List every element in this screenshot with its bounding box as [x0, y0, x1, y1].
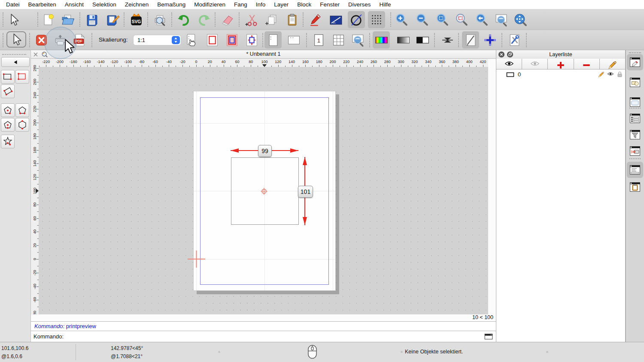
command-line-panel-icon[interactable]	[627, 162, 643, 178]
toolbar-separator	[526, 33, 527, 47]
property-editor-panel-icon[interactable]	[627, 110, 643, 127]
zoom-out-icon[interactable]	[413, 11, 431, 28]
tab-close-icon[interactable]	[32, 51, 39, 58]
zoom-page-icon[interactable]	[492, 11, 510, 28]
toolbar-separator	[262, 33, 263, 47]
menu-selektion[interactable]: Selektion	[88, 0, 121, 9]
menu-datei[interactable]: Datei	[2, 0, 24, 9]
menu-info[interactable]: Info	[252, 0, 270, 9]
edit-layer-button[interactable]	[600, 59, 625, 69]
layer-panel-toolbar	[496, 59, 625, 69]
polygon-side-side-tool[interactable]	[15, 118, 29, 132]
draw-tool-icon[interactable]	[307, 11, 324, 28]
menu-bar: DateiBearbeitenAnsichtSelektionZeichnenB…	[0, 0, 644, 9]
layer-list-panel-icon[interactable]	[627, 54, 643, 70]
pan-page-icon[interactable]	[183, 31, 200, 48]
settings-icon[interactable]	[506, 31, 523, 48]
menu-modifizieren[interactable]: Modifizieren	[190, 0, 230, 9]
pointer-mode-icon[interactable]	[6, 31, 26, 48]
command-dock-icon[interactable]	[484, 333, 493, 340]
toolbar-drag-handle[interactable]	[37, 12, 38, 27]
menu-bemaung[interactable]: Bemaßung	[153, 0, 190, 9]
svg-export-icon[interactable]: SVG	[128, 11, 145, 28]
ruler-label: 200	[329, 60, 336, 64]
landscape-icon[interactable]	[285, 31, 302, 48]
layer-panel-restore-icon[interactable]	[507, 51, 513, 58]
grayscale-icon[interactable]	[395, 31, 412, 48]
rectangle-size-tool[interactable]	[1, 70, 15, 84]
polygon-vertices-tool[interactable]	[15, 103, 29, 117]
zoom-to-page-icon[interactable]	[349, 31, 366, 48]
multi-page-icon[interactable]	[330, 31, 347, 48]
portrait-icon[interactable]	[264, 31, 282, 48]
dock-drag-handle[interactable]	[629, 52, 641, 53]
layer-panel-close-icon[interactable]	[498, 51, 505, 58]
clipboard-panel-icon[interactable]	[627, 179, 643, 195]
scale-select[interactable]: 1:1	[133, 35, 181, 45]
open-document-icon[interactable]	[59, 11, 76, 28]
viewport-panel-icon[interactable]	[627, 143, 643, 159]
palette-drag-handle[interactable]	[2, 54, 26, 55]
dock-separator	[629, 108, 641, 109]
remove-layer-button[interactable]	[574, 59, 600, 69]
selection-pointer-icon[interactable]	[5, 11, 22, 28]
full-color-icon[interactable]	[373, 31, 390, 48]
lineweight-icon[interactable]	[439, 31, 456, 48]
cut-icon[interactable]	[243, 11, 260, 28]
copy-icon[interactable]	[263, 11, 280, 28]
block-list-panel-icon[interactable]	[627, 74, 643, 90]
layer-visible-icon[interactable]	[607, 71, 614, 78]
margins-icon[interactable]	[223, 31, 240, 48]
stepper-icon[interactable]	[172, 36, 180, 44]
palette-back-button[interactable]	[1, 57, 30, 67]
menu-block[interactable]: Block	[293, 0, 316, 9]
show-all-layers-button[interactable]	[496, 59, 522, 69]
print-preview-icon[interactable]	[151, 11, 168, 28]
undo-icon[interactable]	[175, 11, 192, 28]
delete-icon[interactable]	[219, 11, 236, 28]
line-tool-icon[interactable]	[327, 11, 344, 28]
layer-edit-icon[interactable]	[598, 71, 605, 78]
layer-row[interactable]: 0	[496, 70, 625, 79]
draft-mode-icon[interactable]	[462, 31, 479, 48]
polygon-center-side-tool[interactable]	[1, 118, 15, 132]
star-tool[interactable]	[1, 135, 15, 148]
menu-fenster[interactable]: Fenster	[316, 0, 344, 9]
save-icon[interactable]	[83, 11, 100, 28]
command-input[interactable]: Kommando:	[31, 331, 496, 342]
menu-bearbeiten[interactable]: Bearbeiten	[24, 0, 61, 9]
layer-lock-icon[interactable]	[617, 71, 623, 78]
paper-borders-icon[interactable]	[204, 31, 221, 48]
zoom-previous-icon[interactable]	[473, 11, 490, 28]
redo-icon[interactable]	[195, 11, 213, 28]
zoom-selection-icon[interactable]	[453, 11, 470, 28]
add-layer-button[interactable]	[548, 59, 574, 69]
drawing-canvas[interactable]: 99 101	[39, 67, 488, 314]
save-as-icon[interactable]	[104, 11, 121, 28]
toolbar-drag-handle[interactable]	[3, 33, 3, 47]
polygon-center-vertex-tool[interactable]	[1, 103, 15, 117]
rectangle-corners-tool[interactable]	[15, 70, 29, 84]
paste-icon[interactable]	[283, 11, 301, 28]
zoom-fit-icon[interactable]	[434, 11, 451, 28]
menu-zeichnen[interactable]: Zeichnen	[121, 0, 153, 9]
crosshair-icon[interactable]	[481, 31, 498, 48]
layer-panel-title: Layerliste	[496, 50, 625, 59]
menu-fang[interactable]: Fang	[230, 0, 252, 9]
zoom-in-icon[interactable]	[393, 11, 410, 28]
grid-toggle-icon[interactable]	[368, 11, 385, 28]
menu-diverses[interactable]: Diverses	[344, 0, 375, 9]
menu-ansicht[interactable]: Ansicht	[61, 0, 88, 9]
toolbar-drag-handle[interactable]	[3, 12, 3, 27]
menu-layer[interactable]: Layer	[270, 0, 293, 9]
selection-filter-panel-icon[interactable]	[627, 127, 643, 143]
hide-all-layers-button[interactable]	[522, 59, 548, 69]
menu-hilfe[interactable]: Hilfe	[375, 0, 395, 9]
rectangle-rotated-tool[interactable]	[1, 84, 15, 98]
single-page-icon[interactable]: 1	[310, 31, 327, 48]
zoom-auto-icon[interactable]	[512, 11, 529, 28]
circle-tool-icon[interactable]	[348, 11, 365, 28]
black-white-icon[interactable]	[414, 31, 431, 48]
fit-to-margins-icon[interactable]	[243, 31, 260, 48]
new-document-icon[interactable]	[39, 11, 57, 28]
